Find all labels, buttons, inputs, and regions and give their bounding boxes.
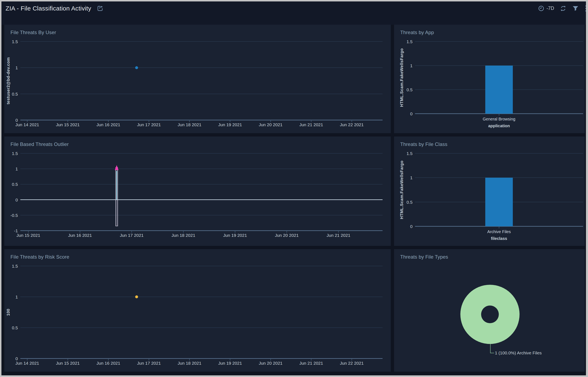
y-tick-label: 1.5 xyxy=(407,39,413,44)
bar[interactable] xyxy=(485,66,513,114)
x-tick-label: Jun 18 2021 xyxy=(172,233,195,238)
chart-threats-by-file-class: 1.510.50HTML.Scam.FakeWellsFargoArchive … xyxy=(394,149,585,246)
panel-grid: File Threats By User 1.510.50Jun 14 2021… xyxy=(1,25,586,372)
panel-title: Threats by App xyxy=(394,25,585,37)
x-tick-label: Jun 20 2021 xyxy=(259,361,282,365)
x-tick-label: Jun 15 2021 xyxy=(56,361,80,365)
category-label: General Browsing xyxy=(483,117,516,121)
x-tick-label: Jun 18 2021 xyxy=(178,361,202,365)
y-tick-label: -1 xyxy=(14,228,18,233)
panel-threats-by-file-class[interactable]: Threats by File Class 1.510.50HTML.Scam.… xyxy=(394,137,585,246)
x-tick-label: Jun 16 2021 xyxy=(68,233,92,238)
y-tick-label: 0.5 xyxy=(407,200,413,204)
x-tick-label: Jun 22 2021 xyxy=(340,122,364,127)
x-tick-label: Jun 17 2021 xyxy=(137,122,161,127)
refresh-icon[interactable] xyxy=(560,5,566,12)
donut-callout-line xyxy=(490,344,494,353)
y-axis-label: testuser2@bd-dev.com xyxy=(6,57,11,104)
y-axis-label: 100 xyxy=(6,309,11,316)
y-tick-label: 1.5 xyxy=(12,151,18,156)
y-axis-label: HTML.Scam.FakeWellsFargo xyxy=(399,161,404,219)
x-tick-label: Jun 19 2021 xyxy=(223,233,247,238)
y-tick-label: -0.5 xyxy=(11,213,18,218)
x-tick-label: Jun 15 2021 xyxy=(56,122,80,127)
donut-hole xyxy=(481,306,499,323)
dashboard-title: ZIA - File Classification Activity xyxy=(6,5,91,12)
kebab-menu-icon[interactable] xyxy=(585,5,586,12)
y-tick-label: 1.5 xyxy=(407,151,413,156)
panel-title: File Threats by Risk Score xyxy=(4,249,391,261)
y-tick-label: 0.5 xyxy=(12,182,18,187)
chart-threats-by-file-types: 1 (100.0%) Archive Files xyxy=(394,261,585,372)
data-point[interactable] xyxy=(135,66,138,69)
x-tick-label: Jun 21 2021 xyxy=(326,233,350,238)
chart-file-threats-by-risk-score: 1.510.50Jun 14 2021Jun 15 2021Jun 16 202… xyxy=(4,261,391,372)
x-tick-label: Jun 15 2021 xyxy=(16,233,40,238)
x-tick-label: Jun 21 2021 xyxy=(299,122,323,127)
y-tick-label: 1 xyxy=(410,63,413,68)
panel-threats-by-file-types[interactable]: Threats by File Types 1 (100.0%) Archive… xyxy=(394,249,585,372)
donut-callout-label: 1 (100.0%) Archive Files xyxy=(495,351,542,355)
panel-title: File Based Threats Outlier xyxy=(4,137,391,149)
panel-title: File Threats By User xyxy=(4,25,391,37)
data-point[interactable] xyxy=(135,295,138,298)
x-axis-label: application xyxy=(488,124,510,128)
y-tick-label: 1 xyxy=(410,175,413,180)
header-toolbar: -7D xyxy=(538,5,586,12)
y-tick-label: 1 xyxy=(15,166,18,171)
chart-file-threats-by-user: 1.510.50Jun 14 2021Jun 15 2021Jun 16 202… xyxy=(4,37,391,133)
share-icon[interactable] xyxy=(97,5,104,12)
y-tick-label: 1.5 xyxy=(12,264,18,269)
category-label: Archive Files xyxy=(487,229,511,234)
panel-title: Threats by File Class xyxy=(394,137,585,149)
y-tick-label: 0.5 xyxy=(12,92,18,96)
panel-file-threats-by-user[interactable]: File Threats By User 1.510.50Jun 14 2021… xyxy=(4,25,391,133)
x-tick-label: Jun 18 2021 xyxy=(178,122,202,127)
y-tick-label: 1 xyxy=(15,65,18,70)
panel-title: Threats by File Types xyxy=(394,249,585,261)
y-tick-label: 0 xyxy=(410,111,413,116)
y-tick-label: 0 xyxy=(15,118,18,122)
x-tick-label: Jun 19 2021 xyxy=(218,122,242,127)
x-tick-label: Jun 19 2021 xyxy=(218,361,242,365)
time-range-control[interactable]: -7D xyxy=(538,5,554,12)
chart-file-based-threats-outlier: 1.510.50-0.5-1Jun 15 2021Jun 16 2021Jun … xyxy=(4,149,391,246)
chart-threats-by-app: 1.510.50HTML.Scam.FakeWellsFargoGeneral … xyxy=(394,37,585,133)
x-tick-label: Jun 14 2021 xyxy=(15,361,39,365)
x-tick-label: Jun 16 2021 xyxy=(97,122,120,127)
panel-file-threats-by-risk-score[interactable]: File Threats by Risk Score 1.510.50Jun 1… xyxy=(4,249,391,372)
panel-threats-by-app[interactable]: Threats by App 1.510.50HTML.Scam.FakeWel… xyxy=(394,25,585,133)
x-tick-label: Jun 21 2021 xyxy=(299,361,323,365)
y-tick-label: 1.5 xyxy=(12,39,18,44)
y-tick-label: 0 xyxy=(410,224,413,229)
x-tick-label: Jun 16 2021 xyxy=(97,361,120,365)
x-tick-label: Jun 17 2021 xyxy=(137,361,161,365)
y-tick-label: 0.5 xyxy=(12,325,18,330)
bar[interactable] xyxy=(485,177,513,226)
y-tick-label: 0.5 xyxy=(407,87,413,92)
clock-icon[interactable] xyxy=(538,5,544,12)
y-tick-label: 0 xyxy=(15,356,18,361)
y-axis-label: HTML.Scam.FakeWellsFargo xyxy=(399,48,404,107)
x-tick-label: Jun 17 2021 xyxy=(120,233,144,238)
y-tick-label: 0 xyxy=(15,198,18,202)
panel-file-based-threats-outlier[interactable]: File Based Threats Outlier 1.510.50-0.5-… xyxy=(4,137,391,246)
x-axis-label: fileclass xyxy=(491,236,507,241)
dashboard-header: ZIA - File Classification Activity -7D xyxy=(1,1,586,25)
outlier-arrow[interactable] xyxy=(115,165,118,170)
x-tick-label: Jun 20 2021 xyxy=(259,122,282,127)
y-tick-label: 1 xyxy=(15,295,18,299)
x-tick-label: Jun 14 2021 xyxy=(15,122,39,127)
filter-icon[interactable] xyxy=(572,5,579,12)
x-tick-label: Jun 22 2021 xyxy=(340,361,364,365)
time-range-label[interactable]: -7D xyxy=(546,6,554,11)
dashboard-frame: ZIA - File Classification Activity -7D xyxy=(0,0,588,377)
x-tick-label: Jun 20 2021 xyxy=(275,233,299,238)
